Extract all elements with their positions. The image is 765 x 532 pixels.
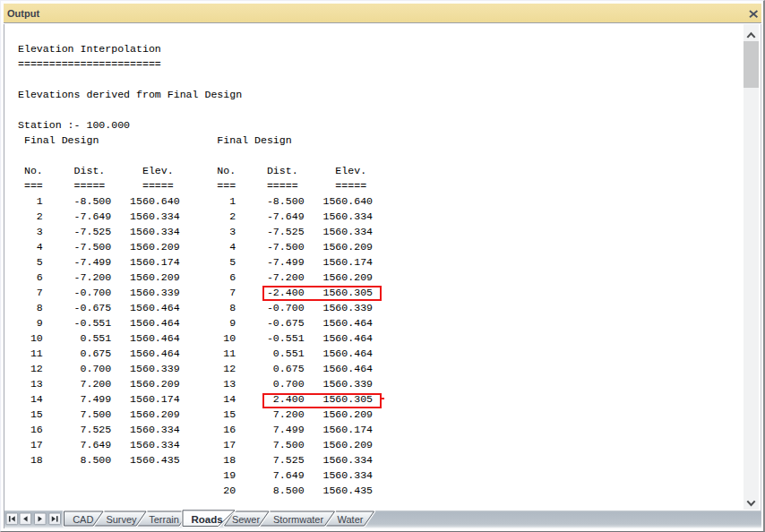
svg-text:Stormwater: Stormwater — [273, 514, 324, 525]
svg-text:CAD: CAD — [73, 514, 93, 525]
svg-text:Sewer: Sewer — [232, 514, 261, 525]
svg-text:Water: Water — [338, 514, 364, 525]
svg-text:Survey: Survey — [106, 514, 137, 525]
svg-text:Roads: Roads — [191, 514, 222, 525]
svg-text:Terrain: Terrain — [149, 514, 179, 525]
